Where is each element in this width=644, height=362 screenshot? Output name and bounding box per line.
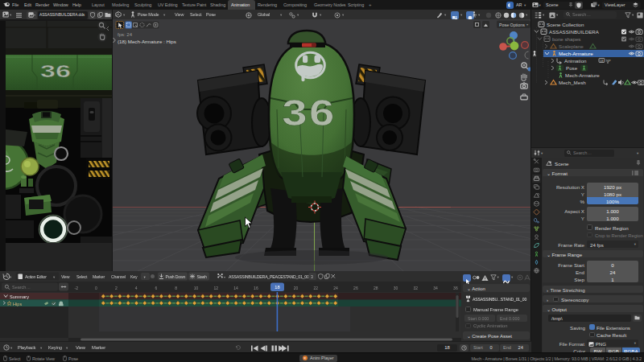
svg-text:Pose: Pose <box>566 65 578 71</box>
svg-text:26: 26 <box>353 286 358 290</box>
svg-text:8: 8 <box>175 286 177 290</box>
svg-text:Channel: Channel <box>111 274 126 279</box>
svg-text:18: 18 <box>600 59 604 63</box>
svg-text:Mech-Armature: Mech-Armature <box>559 51 593 56</box>
svg-text:Push Down: Push Down <box>166 274 186 279</box>
svg-text:Scaleplane: Scaleplane <box>559 43 584 49</box>
svg-text:bone shapes: bone shapes <box>552 36 580 42</box>
svg-text:32: 32 <box>414 286 419 290</box>
svg-text:4: 4 <box>135 286 138 290</box>
svg-text:36: 36 <box>453 286 458 290</box>
svg-text:ASSASSINBUILDERA_PEACESTAND_01: ASSASSINBUILDERA_PEACESTAND_01_00 <box>229 274 309 279</box>
svg-text:0: 0 <box>95 286 97 290</box>
svg-text:Search…: Search… <box>12 285 31 290</box>
svg-text:View: View <box>61 274 70 279</box>
svg-text:Pose Options: Pose Options <box>499 23 525 27</box>
svg-text:Summary: Summary <box>10 294 29 299</box>
svg-text:Mech-Armature: Mech-Armature <box>565 72 600 78</box>
svg-text:16: 16 <box>254 286 258 290</box>
svg-text:Mech_Mesh: Mech_Mesh <box>559 80 586 85</box>
svg-text:Key: Key <box>130 274 138 279</box>
svg-text:Scene Collection: Scene Collection <box>547 22 584 27</box>
svg-text:Stash: Stash <box>197 274 208 279</box>
svg-text:18: 18 <box>275 285 279 290</box>
svg-text:ASSASSINBUILDERA: ASSASSINBUILDERA <box>549 29 600 35</box>
svg-text:-2: -2 <box>74 286 78 290</box>
svg-text:Marker: Marker <box>93 274 105 279</box>
svg-text:34: 34 <box>433 286 438 290</box>
svg-text:10: 10 <box>194 286 199 290</box>
svg-text:▾: ▾ <box>224 275 225 279</box>
svg-text:30: 30 <box>394 286 398 290</box>
svg-text:20: 20 <box>294 286 299 290</box>
svg-text:22: 22 <box>314 286 319 290</box>
svg-text:fps: 24: fps: 24 <box>118 32 133 37</box>
svg-text:Action Editor: Action Editor <box>25 274 47 279</box>
svg-text:12: 12 <box>214 286 219 290</box>
svg-text:(18) Mech-Armature : Hips: (18) Mech-Armature : Hips <box>118 39 176 44</box>
svg-text:36: 36 <box>282 91 336 134</box>
svg-text:Select: Select <box>76 274 88 279</box>
svg-text:Hips: Hips <box>13 302 22 306</box>
svg-text:NP: NP <box>606 59 611 63</box>
svg-text:2: 2 <box>115 286 118 290</box>
svg-text:36: 36 <box>40 61 71 81</box>
svg-text:3: 3 <box>311 274 313 279</box>
svg-text:24: 24 <box>333 286 338 290</box>
svg-text:6: 6 <box>155 286 158 290</box>
svg-text:28: 28 <box>374 286 378 290</box>
svg-text:Animation: Animation <box>564 58 587 64</box>
svg-text:14: 14 <box>233 286 238 290</box>
